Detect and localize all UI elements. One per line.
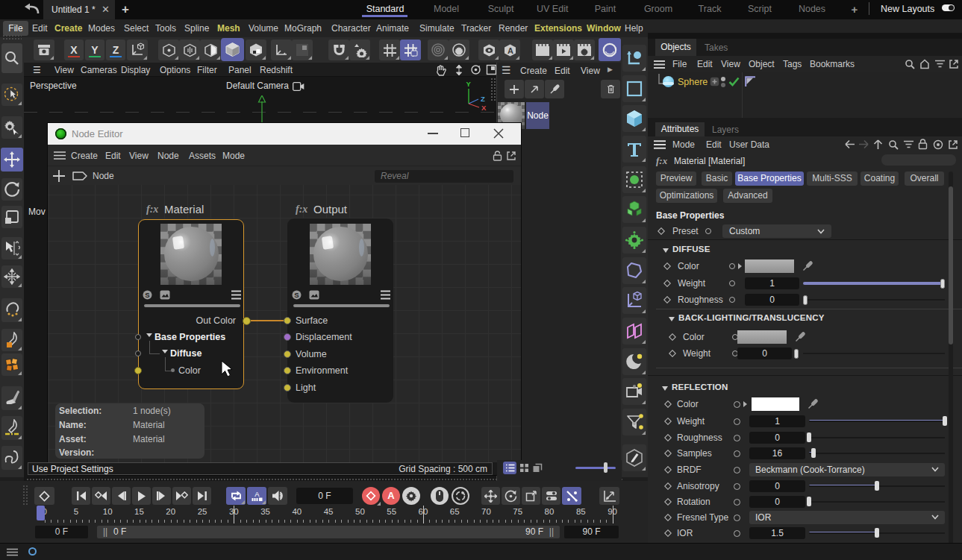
svg-text:Z: Z bbox=[481, 95, 485, 103]
svg-text:S: S bbox=[294, 291, 299, 299]
svg-text:Y: Y bbox=[466, 80, 472, 88]
svg-text:X: X bbox=[481, 104, 487, 112]
svg-text:S: S bbox=[145, 291, 149, 299]
svg-text:A: A bbox=[507, 45, 513, 54]
svg-text:A: A bbox=[254, 490, 260, 498]
